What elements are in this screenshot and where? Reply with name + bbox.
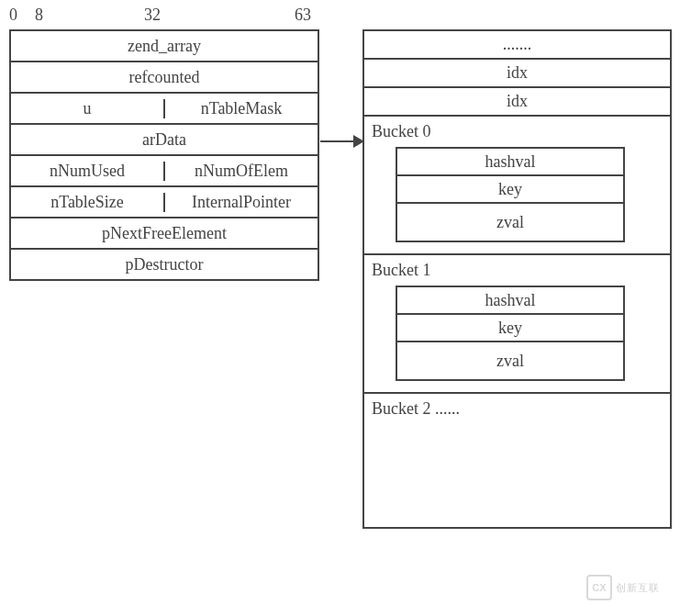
nNumOfElem-field: nNumOfElem [165, 162, 318, 181]
bucket-0-zval: zval [397, 204, 623, 242]
bucket-1-section: Bucket 1 hashval key zval [364, 255, 670, 394]
refcounted-field: refcounted [11, 68, 318, 87]
bucket-2-label: Bucket 2 ...... [372, 399, 460, 418]
idx-row-2: idx [364, 88, 670, 117]
bucket-1-hashval: hashval [397, 287, 623, 315]
watermark-text: 创新互联 [616, 582, 660, 593]
bucket-2-section: Bucket 2 ...... [364, 394, 670, 527]
idx-row-1: idx [364, 60, 670, 88]
bucket-1-label: Bucket 1 [364, 259, 670, 280]
zend-array-struct: zend_array refcounted u nTableMask arDat… [9, 29, 319, 281]
bucket-0-section: Bucket 0 hashval key zval [364, 117, 670, 255]
ellipsis-row: ....... [364, 31, 670, 60]
InternalPointer-field: InternalPointer [165, 193, 318, 212]
bucket-1-zval: zval [397, 342, 623, 381]
bucket-0-label: Bucket 0 [364, 120, 670, 141]
arData-field: arData [11, 130, 318, 150]
bit-label-0: 0 [9, 6, 17, 25]
bucket-1-key: key [397, 315, 623, 342]
watermark: CX 创新互联 [586, 574, 673, 601]
bit-label-63: 63 [295, 6, 311, 25]
bit-label-8: 8 [35, 6, 43, 25]
bit-label-32: 32 [144, 6, 161, 25]
pNextFreeElement-field: pNextFreeElement [11, 224, 318, 243]
bucket-1-inner: hashval key zval [396, 286, 625, 381]
bucket-0-hashval: hashval [397, 149, 623, 176]
bucket-0-inner: hashval key zval [396, 147, 625, 242]
bucket-array-struct: ....... idx idx Bucket 0 hashval key zva… [362, 29, 672, 529]
watermark-logo-icon: CX [586, 575, 612, 600]
u-field: u [11, 99, 165, 118]
nTableMask-field: nTableMask [165, 99, 318, 118]
nTableSize-field: nTableSize [11, 193, 165, 212]
pDestructor-field: pDestructor [11, 255, 318, 274]
nNumUsed-field: nNumUsed [11, 162, 165, 181]
bucket-0-key: key [397, 176, 623, 204]
zend-array-title: zend_array [11, 37, 318, 56]
